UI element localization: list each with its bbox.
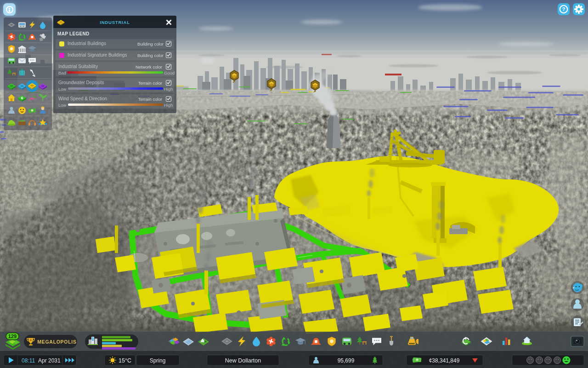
svg-text:08:11: 08:11: [22, 357, 35, 364]
svg-text:Spring: Spring: [150, 357, 166, 364]
svg-text:New Dollarton: New Dollarton: [225, 357, 261, 364]
svg-text:?: ?: [562, 6, 565, 12]
svg-text:Apr 2031: Apr 2031: [38, 357, 61, 364]
svg-text:¢38,341,849: ¢38,341,849: [429, 357, 460, 364]
svg-text:95,699: 95,699: [338, 357, 355, 364]
svg-text:129: 129: [8, 334, 17, 339]
svg-text:¢: ¢: [21, 96, 23, 100]
svg-text:MEGALOPOLIS: MEGALOPOLIS: [37, 339, 76, 345]
svg-text:15°C: 15°C: [119, 357, 131, 364]
